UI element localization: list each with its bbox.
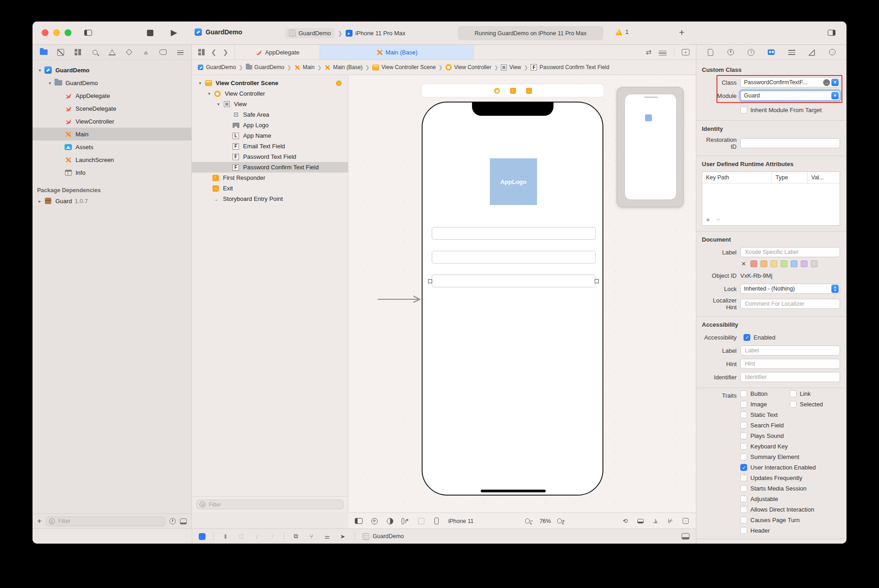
crumb-view[interactable]: View bbox=[501, 64, 521, 70]
outline-row-view-controller[interactable]: ▾ View Controller bbox=[192, 88, 348, 99]
column-value[interactable]: Val... bbox=[808, 172, 840, 183]
swatch-red[interactable] bbox=[750, 260, 757, 267]
jump-to-class-icon[interactable]: → bbox=[823, 79, 830, 86]
ax-hint-input[interactable] bbox=[744, 360, 839, 367]
trait-causes-page-turn[interactable]: Causes Page Turn bbox=[740, 517, 840, 523]
disclosure-icon[interactable]: ▾ bbox=[46, 81, 54, 86]
embed-in-icon[interactable] bbox=[636, 517, 644, 525]
trait-summary-element[interactable]: Summary Element bbox=[740, 453, 840, 460]
swatch-purple[interactable] bbox=[801, 260, 808, 267]
app-logo-image-view[interactable]: AppLogo bbox=[490, 158, 537, 205]
minimize-window-button[interactable] bbox=[53, 29, 60, 36]
issues-badge[interactable]: 1 bbox=[615, 29, 629, 35]
navigator-filter-field[interactable] bbox=[46, 517, 165, 526]
orientation-icon[interactable]: ↱ bbox=[402, 517, 409, 525]
selection-handle-left[interactable] bbox=[428, 279, 432, 283]
class-combo-box[interactable]: PasswordConfirmTextF... → ▼ bbox=[740, 77, 840, 87]
breakpoint-navigator-icon[interactable] bbox=[159, 49, 167, 56]
memory-graph-icon[interactable]: ⑂ bbox=[308, 533, 315, 540]
connections-inspector-icon[interactable]: → bbox=[828, 48, 836, 56]
tab-main-base[interactable]: Main (Base) bbox=[320, 45, 474, 59]
add-file-button[interactable]: + bbox=[37, 517, 42, 526]
size-inspector-icon[interactable] bbox=[808, 48, 816, 56]
back-icon[interactable]: ❮ bbox=[211, 49, 217, 56]
tree-row-viewcontroller[interactable]: ViewController bbox=[33, 115, 191, 128]
console-toggle-icon[interactable] bbox=[682, 533, 689, 539]
add-editor-icon[interactable]: + bbox=[682, 49, 689, 55]
step-over-icon[interactable]: ⌒̇ bbox=[237, 533, 245, 540]
document-label-field[interactable] bbox=[740, 247, 840, 257]
forward-icon[interactable]: ❯ bbox=[223, 49, 228, 56]
outline-row-first-responder[interactable]: First Responder bbox=[192, 173, 348, 183]
layout-guides-icon[interactable] bbox=[417, 517, 425, 525]
pause-icon[interactable]: ‖ bbox=[222, 533, 229, 540]
trait-adjustable[interactable]: Adjustable bbox=[740, 496, 840, 502]
attributes-inspector-icon[interactable] bbox=[787, 48, 796, 56]
selection-handle-right[interactable] bbox=[595, 279, 599, 283]
ax-identifier-input[interactable] bbox=[744, 373, 839, 381]
crumb-scene[interactable]: View Controller Scene bbox=[372, 64, 436, 70]
interface-builder-canvas[interactable]: AppLogo bbox=[348, 75, 696, 512]
related-items-icon[interactable] bbox=[198, 49, 205, 55]
new-tab-button[interactable]: + bbox=[679, 27, 684, 38]
disclosure-icon[interactable]: ▾ bbox=[215, 102, 222, 107]
accessibility-preview-icon[interactable]: ✣ bbox=[370, 517, 378, 525]
outline-row-entry-point[interactable]: → Storyboard Entry Point bbox=[192, 194, 348, 204]
step-into-icon[interactable]: ↓̇ bbox=[253, 533, 260, 540]
navigator-filter-input[interactable] bbox=[57, 518, 162, 525]
column-type[interactable]: Type bbox=[772, 172, 808, 183]
issue-navigator-icon[interactable] bbox=[108, 49, 116, 56]
chevron-down-icon[interactable]: ▼ bbox=[831, 92, 839, 99]
disclosure-icon[interactable]: ▸ bbox=[36, 199, 43, 204]
test-navigator-icon[interactable] bbox=[125, 49, 133, 56]
outline-row-app-name[interactable]: L App Name bbox=[192, 130, 348, 141]
tree-row-scenedelegate[interactable]: SceneDelegate bbox=[33, 102, 191, 115]
outline-row-password-field[interactable]: F Password Text Field bbox=[192, 151, 348, 162]
align-icon[interactable]: ⫡ bbox=[651, 517, 659, 525]
help-inspector-icon[interactable]: ? bbox=[747, 48, 755, 56]
tree-row-launchscreen[interactable]: LaunchScreen bbox=[33, 153, 191, 166]
tree-row-project[interactable]: ▾ GuardDemo bbox=[33, 64, 191, 76]
column-key-path[interactable]: Key Path bbox=[702, 172, 772, 183]
ax-label-field[interactable] bbox=[740, 345, 840, 356]
swatch-green[interactable] bbox=[781, 260, 787, 267]
scheme-destination-selector[interactable]: ▸ iPhone 11 Pro Max bbox=[346, 30, 406, 37]
appearance-icon[interactable] bbox=[386, 517, 394, 525]
password-confirm-text-field[interactable] bbox=[432, 275, 596, 287]
file-inspector-icon[interactable] bbox=[706, 48, 715, 56]
zoom-out-icon[interactable]: − bbox=[525, 517, 533, 525]
filter-scope-icon[interactable] bbox=[180, 518, 187, 524]
ax-label-input[interactable] bbox=[744, 347, 839, 354]
swap-editor-icon[interactable]: ⇄ bbox=[646, 48, 651, 56]
update-frames-icon[interactable]: ⟲ bbox=[621, 517, 629, 525]
email-text-field[interactable] bbox=[432, 227, 596, 240]
trait-image[interactable]: Image bbox=[740, 401, 790, 408]
trait-updates-frequently[interactable]: Updates Frequently bbox=[740, 475, 840, 481]
trait-plays-sound[interactable]: Plays Sound bbox=[740, 432, 840, 439]
accessibility-enabled-checkbox[interactable] bbox=[743, 334, 750, 341]
crumb-main[interactable]: Main bbox=[294, 64, 315, 70]
document-label-input[interactable] bbox=[744, 248, 839, 256]
device-icon[interactable] bbox=[433, 517, 440, 525]
lock-popup-button[interactable]: Inherited - (Nothing) ▲▼ bbox=[740, 284, 840, 294]
restoration-id-input[interactable] bbox=[744, 140, 839, 147]
environment-overrides-icon[interactable]: ⚌ bbox=[323, 533, 331, 540]
tab-appdelegate[interactable]: AppDelegate bbox=[235, 45, 320, 59]
debug-navigator-icon[interactable]: 🜁 bbox=[142, 49, 150, 56]
toggle-inspector-icon[interactable] bbox=[828, 30, 836, 36]
identity-inspector-icon[interactable] bbox=[767, 48, 776, 56]
tree-row-assets[interactable]: Assets bbox=[33, 140, 191, 153]
outline-row-view[interactable]: ▾ View bbox=[192, 99, 348, 109]
trait-static-text[interactable]: Static Text bbox=[740, 411, 840, 418]
outline-row-safe-area[interactable]: Safe Area bbox=[192, 109, 348, 120]
recent-files-icon[interactable] bbox=[169, 518, 176, 524]
device-name[interactable]: iPhone 11 bbox=[448, 518, 473, 524]
trait-allows-direct-interaction[interactable]: Allows Direct Interaction bbox=[740, 506, 840, 513]
disclosure-icon[interactable]: ▾ bbox=[36, 68, 43, 73]
scheme-target-selector[interactable]: GuardDemo bbox=[285, 28, 335, 38]
outline-row-app-logo[interactable]: App Logo bbox=[192, 120, 348, 130]
localizer-hint-input[interactable] bbox=[744, 300, 839, 307]
chevron-down-icon[interactable]: ▼ bbox=[831, 79, 839, 86]
trait-link[interactable]: Link bbox=[790, 390, 840, 397]
crumb-group[interactable]: GuardDemo bbox=[246, 64, 284, 70]
